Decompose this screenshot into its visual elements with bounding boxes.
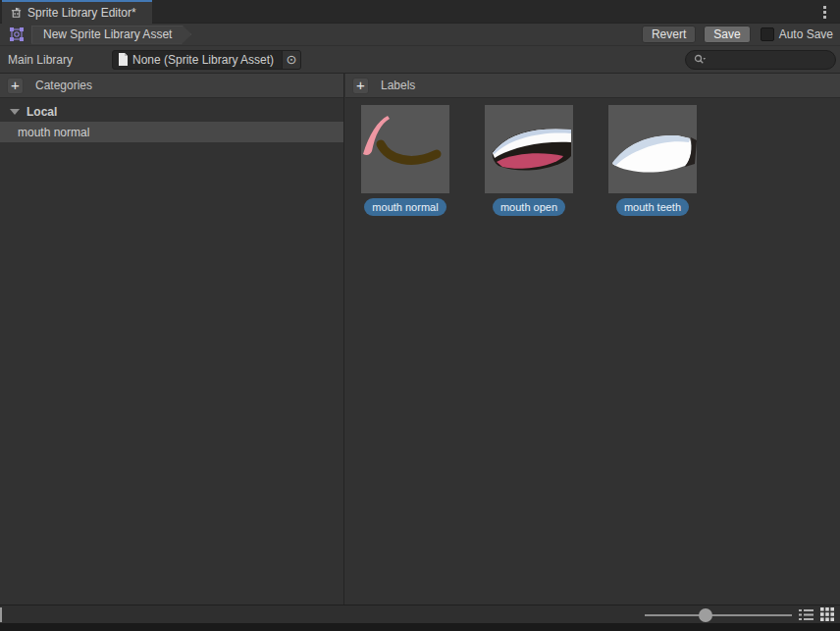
zoom-slider[interactable] [645,605,792,624]
foldout-label: Local [26,105,57,119]
category-row-mouth-normal[interactable]: mouth normal [0,122,343,142]
main-library-object-field[interactable]: None (Sprite Library Asset) ⊙ [112,50,301,70]
zoom-slider-track[interactable] [645,614,792,616]
search-input[interactable] [710,53,827,67]
labels-panel: + Labels mouth normal [345,74,840,605]
zoom-slider-thumb[interactable] [699,608,712,622]
grid-view-icon[interactable] [819,606,835,622]
list-view-icon[interactable] [798,606,814,622]
window-menu-icon[interactable] [816,4,832,20]
auto-save-label: Auto Save [779,27,833,41]
breadcrumb-item[interactable]: New Sprite Library Asset [31,26,191,44]
label-cell-mouth-teeth[interactable]: mouth teeth [608,105,697,216]
categories-title: Categories [35,79,92,92]
label-pill: mouth open [493,198,565,216]
sprite-library-editor-window: Sprite Library Editor* New Sprite Librar… [0,0,840,631]
revert-button[interactable]: Revert [642,26,696,43]
label-cell-mouth-normal[interactable]: mouth normal [361,105,449,216]
tab-title: Sprite Library Editor* [27,6,136,20]
label-pill: mouth normal [364,198,446,216]
save-button[interactable]: Save [704,26,750,43]
add-label-button[interactable]: + [352,78,369,94]
tab-bar: Sprite Library Editor* [0,0,840,24]
mouth-normal-sprite [361,105,449,193]
foldout-arrow-icon [10,109,20,115]
search-field[interactable] [685,50,836,70]
object-picker-icon[interactable]: ⊙ [282,51,300,69]
toolbar: New Sprite Library Asset Revert Save Aut… [0,24,840,46]
label-pill: mouth teeth [616,198,689,216]
labels-header: + Labels [345,74,840,98]
labels-grid: mouth normal mouth open [345,98,840,605]
add-category-button[interactable]: + [7,78,24,94]
window-bottom-edge [0,623,840,631]
object-field-value: None (Sprite Library Asset) [132,53,282,67]
sprite-library-asset-icon [8,26,26,43]
mouth-open-sprite [485,105,573,193]
bottom-bar [0,605,840,623]
categories-header: + Categories [0,74,343,98]
sprite-library-window-icon [10,7,23,20]
tab-sprite-library-editor[interactable]: Sprite Library Editor* [2,0,152,24]
mouth-teeth-sprite [608,105,697,193]
local-foldout[interactable]: Local [0,101,343,122]
panels: + Categories Local mouth normal + Labels [0,74,840,605]
auto-save-checkbox[interactable] [761,27,774,41]
main-library-label: Main Library [8,53,112,67]
asset-file-icon [118,53,129,66]
categories-panel: + Categories Local mouth normal [0,74,344,605]
labels-title: Labels [381,79,415,92]
resize-notch [0,607,2,622]
label-cell-mouth-open[interactable]: mouth open [485,105,573,216]
search-icon [694,54,707,66]
